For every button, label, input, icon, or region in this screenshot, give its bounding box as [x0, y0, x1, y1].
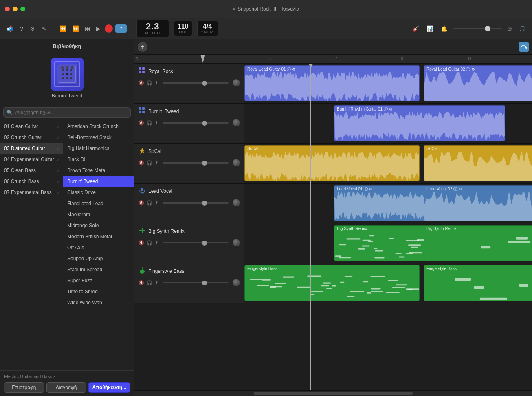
- preset-item[interactable]: Brown Tone Metal: [63, 165, 134, 176]
- edit-icon[interactable]: ✎: [40, 24, 48, 33]
- preset-item[interactable]: Souped Up Amp: [63, 253, 134, 264]
- smart-tempo-button[interactable]: [519, 42, 529, 52]
- signature-display[interactable]: 4/4 C μεiζ.: [197, 21, 218, 36]
- add-track-button[interactable]: +: [138, 42, 147, 52]
- horizontal-scrollbar[interactable]: [134, 390, 532, 396]
- mute-button[interactable]: 🔇: [138, 160, 144, 166]
- pan-knob[interactable]: [233, 239, 240, 246]
- fast-forward-button[interactable]: ⏩: [70, 24, 81, 33]
- mute-button[interactable]: 🔇: [138, 80, 144, 86]
- category-item[interactable]: 06 Crunch Bass›: [0, 176, 63, 187]
- preset-item[interactable]: Modern British Metal: [63, 231, 134, 242]
- arm-button[interactable]: ⬆: [155, 240, 158, 246]
- library-icon[interactable]: 📬: [5, 24, 15, 33]
- volume-thumb[interactable]: [485, 26, 490, 31]
- preset-item[interactable]: Bell-Bottomed Stack: [63, 132, 134, 143]
- track-regions[interactable]: Fingerstyle Bass Fingerstyle Bass: [244, 263, 532, 303]
- track-regions[interactable]: Big Synth Remix Big Synth Remix: [244, 223, 532, 263]
- volume-track[interactable]: [453, 28, 502, 29]
- preset-item[interactable]: Time to Shred: [63, 286, 134, 297]
- audio-region[interactable]: SoCal: [244, 145, 420, 181]
- scrollbar-thumb[interactable]: [254, 392, 413, 395]
- pan-knob[interactable]: [233, 159, 240, 166]
- volume-slider[interactable]: [163, 282, 229, 283]
- volume-slider[interactable]: [163, 162, 229, 164]
- headphone-button[interactable]: 🎧: [147, 240, 152, 246]
- search-input[interactable]: [3, 107, 131, 118]
- headphone-button[interactable]: 🎧: [147, 280, 152, 285]
- volume-slider-thumb[interactable]: [202, 81, 207, 86]
- preset-item[interactable]: Big Hair Harmonics: [63, 143, 134, 154]
- preset-item[interactable]: Stadium Spread: [63, 264, 134, 275]
- arm-button[interactable]: ⬆: [155, 120, 158, 126]
- arm-button[interactable]: ⬆: [155, 160, 158, 166]
- preset-item[interactable]: Black DI: [63, 154, 134, 165]
- mute-button[interactable]: 🔇: [138, 240, 144, 246]
- preset-item[interactable]: Maelstrom: [63, 209, 134, 220]
- volume-slider[interactable]: [163, 202, 229, 204]
- audio-region[interactable]: Fingerstyle Bass: [424, 265, 532, 301]
- note-icon[interactable]: 🎵: [517, 24, 527, 33]
- track-regions[interactable]: Royal Lead Guitar 01 ⓘ ♻ Royal Lead Guit…: [244, 64, 532, 103]
- category-item[interactable]: 04 Experimental Guitar›: [0, 154, 63, 165]
- to-start-button[interactable]: ⏮: [83, 24, 92, 33]
- pan-knob[interactable]: [233, 79, 240, 86]
- save-button[interactable]: Αποθήκευση...: [88, 382, 130, 393]
- volume-slider-thumb[interactable]: [202, 281, 207, 285]
- preset-item[interactable]: Off Axis: [63, 242, 134, 253]
- preset-item[interactable]: Flangilated Lead: [63, 198, 134, 209]
- settings-icon[interactable]: ⚙: [28, 24, 37, 33]
- category-item[interactable]: 01 Clean Guitar›: [0, 121, 63, 132]
- mute-button[interactable]: 🔇: [138, 120, 144, 126]
- volume-slider-thumb[interactable]: [202, 201, 207, 206]
- category-item[interactable]: 05 Clean Bass›: [0, 165, 63, 176]
- tuner-icon[interactable]: 🎸: [411, 24, 421, 33]
- pan-knob[interactable]: [233, 119, 240, 126]
- help-icon[interactable]: ?: [18, 24, 25, 33]
- record-button[interactable]: [105, 24, 113, 33]
- close-button[interactable]: [5, 7, 10, 11]
- master-volume[interactable]: [453, 28, 502, 29]
- volume-slider[interactable]: [163, 242, 229, 243]
- track-regions[interactable]: Lead Vocal 01 ⓘ ♻ Lead Vocal 02 ⓘ ♻: [244, 184, 532, 223]
- midi-icon[interactable]: ⎚: [506, 24, 513, 33]
- bpm-display[interactable]: 110 ΜΠΤ: [174, 21, 192, 36]
- back-button[interactable]: Επιστροφή: [4, 382, 44, 393]
- mute-button[interactable]: 🔇: [138, 280, 144, 285]
- volume-slider[interactable]: [163, 82, 229, 84]
- category-item[interactable]: 02 Crunch Guitar›: [0, 132, 63, 143]
- headphone-button[interactable]: 🎧: [147, 160, 152, 166]
- arm-button[interactable]: ⬆: [155, 280, 158, 285]
- category-item[interactable]: 07 Experimental Bass›: [0, 187, 63, 198]
- minimize-button[interactable]: [13, 7, 18, 11]
- preset-item[interactable]: Super Fuzz: [63, 275, 134, 286]
- volume-slider-thumb[interactable]: [202, 241, 207, 246]
- volume-slider-thumb[interactable]: [202, 121, 207, 126]
- category-item[interactable]: 03 Distorted Guitar›: [0, 143, 63, 154]
- arm-button[interactable]: ⬆: [155, 80, 158, 86]
- audio-region[interactable]: Royal Lead Guitar 01 ⓘ ♻: [244, 65, 420, 101]
- tracks-container[interactable]: Royal Rock 🔇 🎧 ⬆ Royal Lead Guitar 01 ⓘ …: [134, 64, 532, 390]
- delete-button[interactable]: Διαγραφή: [46, 382, 86, 393]
- arm-button[interactable]: ⬆: [155, 200, 158, 206]
- volume-slider[interactable]: [163, 122, 229, 124]
- audio-region[interactable]: Burnin' Rhythm Guitar 01 ⓘ ♻: [334, 105, 505, 141]
- time-display[interactable]: 2.3 ΜΕΤΡΟ: [136, 20, 169, 37]
- track-regions[interactable]: Burnin' Rhythm Guitar 01 ⓘ ♻: [244, 104, 532, 143]
- track-regions[interactable]: SoCal SoCal: [244, 144, 532, 183]
- play-button[interactable]: ▶: [95, 24, 102, 33]
- preset-item[interactable]: Midrange Solo: [63, 220, 134, 231]
- audio-region[interactable]: Lead Vocal 02 ⓘ ♻: [424, 185, 532, 221]
- audio-region[interactable]: Royal Lead Guitar 02 ⓘ ♻: [424, 65, 532, 101]
- preset-item[interactable]: Burnin' Tweed: [63, 176, 134, 187]
- audio-region[interactable]: SoCal: [424, 145, 532, 181]
- preset-item[interactable]: Classic Drive: [63, 187, 134, 198]
- audio-region[interactable]: Big Synth Remix: [424, 225, 532, 261]
- cycle-button[interactable]: ↺: [115, 24, 127, 33]
- headphone-button[interactable]: 🎧: [147, 200, 152, 206]
- volume-slider-thumb[interactable]: [202, 161, 207, 166]
- rewind-button[interactable]: ⏪: [58, 24, 68, 33]
- preset-item[interactable]: American Stack Crunch: [63, 121, 134, 132]
- pan-knob[interactable]: [233, 199, 240, 206]
- headphone-button[interactable]: 🎧: [147, 80, 152, 86]
